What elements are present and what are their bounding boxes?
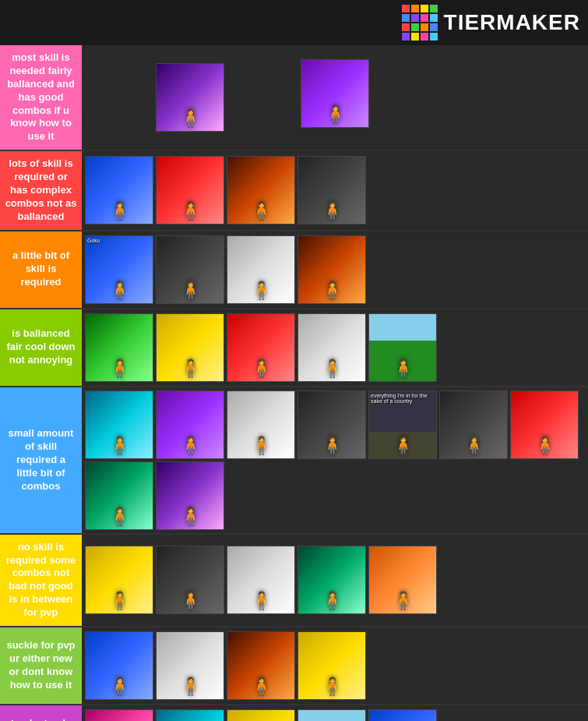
tier-c-row: is ballanced fair cool down not annoying… xyxy=(0,309,588,387)
tier-image-item-32[interactable]: 🧍 xyxy=(227,631,295,700)
tier-g-label: trash stands no combos not even usable i… xyxy=(0,705,82,721)
tier-image-item-11[interactable]: 🧍 xyxy=(85,313,153,382)
tier-image-item-38[interactable]: 🧍 xyxy=(368,709,437,721)
tier-image-item-36[interactable]: 🧍 xyxy=(227,709,295,721)
tier-image-item-7[interactable]: 🧍Goku xyxy=(85,235,153,304)
logo-text: TiERMaKeR xyxy=(444,10,580,35)
tier-image-item-12[interactable]: 🧍 xyxy=(156,313,224,382)
header: TiERMaKeR xyxy=(0,0,588,45)
tier-image-item-34[interactable]: 🧍 xyxy=(85,709,153,721)
tier-image-item-6[interactable]: 🧍 xyxy=(298,156,366,224)
tier-c-content: 🧍🧍🧍🧍🧍 xyxy=(82,309,588,386)
tier-image-item-19[interactable]: 🧍 xyxy=(298,391,366,459)
tier-image-item-31[interactable]: 🧍 xyxy=(156,631,224,700)
tier-image-item-4[interactable]: 🧍 xyxy=(156,156,224,224)
tier-image-item-18[interactable]: 🧍 xyxy=(227,391,295,459)
tier-d-label: small amount of skill required a little … xyxy=(0,387,82,533)
tier-d-row: small amount of skill required a little … xyxy=(0,387,588,535)
tier-image-item-23[interactable]: 🧍 xyxy=(85,461,153,530)
tier-image-item-14[interactable]: 🧍 xyxy=(298,313,366,382)
tier-f-row: suckie for pvp ur either new or dont kno… xyxy=(0,627,588,705)
tier-container: most skill is needed fairly ballanced an… xyxy=(0,45,588,721)
tier-s-row: most skill is needed fairly ballanced an… xyxy=(0,45,588,151)
tier-e-label: no skill is required some combos not bad… xyxy=(0,535,82,626)
tier-image-item-8[interactable]: 🧍 xyxy=(156,235,224,304)
tier-image-item-3[interactable]: 🧍 xyxy=(85,156,153,224)
tier-image-item-33[interactable]: 🧍 xyxy=(298,631,366,700)
tier-image-item-1[interactable]: 🧍 xyxy=(301,59,369,128)
tier-s-label: most skill is needed fairly ballanced an… xyxy=(0,45,82,150)
tier-image-item-24[interactable]: 🧍 xyxy=(156,461,224,530)
tier-image-item-10[interactable]: 🧍 xyxy=(298,235,366,304)
tier-e-row: no skill is required some combos not bad… xyxy=(0,535,588,627)
tier-image-item-37[interactable]: 🧍 xyxy=(298,709,366,721)
tier-image-item-26[interactable]: 🧍 xyxy=(156,546,224,614)
tier-image-item-22[interactable]: 🧍 xyxy=(510,391,579,459)
tier-image-item-16[interactable]: 🧍 xyxy=(85,391,153,459)
tier-c-label: is ballanced fair cool down not annoying xyxy=(0,309,82,386)
tier-f-label: suckie for pvp ur either new or dont kno… xyxy=(0,627,82,704)
tier-image-item-28[interactable]: 🧍 xyxy=(298,546,366,614)
tier-d-content: 🧍🧍🧍🧍🧍everything I'm in for the sake of a… xyxy=(82,387,588,533)
tier-image-item-13[interactable]: 🧍 xyxy=(227,313,295,382)
logo-grid-icon xyxy=(402,5,438,41)
tier-g-row: trash stands no combos not even usable i… xyxy=(0,705,588,721)
tiermaker-logo: TiERMaKeR xyxy=(402,5,580,41)
tier-image-item-30[interactable]: 🧍 xyxy=(85,631,153,700)
tier-image-item-35[interactable]: 🧍 xyxy=(156,709,224,721)
tier-e-content: 🧍🧍🧍🧍🧍 xyxy=(82,535,588,626)
tier-g-content: 🧍🧍🧍🧍🧍 xyxy=(82,705,588,721)
tier-image-item-17[interactable]: 🧍 xyxy=(156,391,224,459)
tier-a-content: 🧍🧍🧍🧍 xyxy=(82,151,588,229)
tier-f-content: 🧍🧍🧍🧍 xyxy=(82,627,588,704)
tier-image-item-20[interactable]: 🧍everything I'm in for the sake of a cou… xyxy=(368,391,437,459)
tier-s-content: 🧍🧍 xyxy=(82,45,588,150)
tier-image-item-25[interactable]: 🧍 xyxy=(85,546,153,614)
tier-image-item-21[interactable]: 🧍 xyxy=(439,391,508,459)
tier-image-item-2[interactable]: 🧍 xyxy=(156,63,224,132)
tier-image-item-15[interactable]: 🧍 xyxy=(368,313,437,382)
tier-a-label: lots of skill is required or has complex… xyxy=(0,151,82,229)
tier-image-item-29[interactable]: 🧍 xyxy=(368,546,437,614)
tier-b-content: 🧍Goku🧍🧍🧍 xyxy=(82,231,588,308)
tier-b-row: a little bit of skill is required🧍Goku🧍🧍… xyxy=(0,231,588,309)
tier-b-label: a little bit of skill is required xyxy=(0,231,82,308)
tier-image-item-27[interactable]: 🧍 xyxy=(227,546,295,614)
tier-a-row: lots of skill is required or has complex… xyxy=(0,151,588,231)
tier-image-item-9[interactable]: 🧍 xyxy=(227,235,295,304)
tier-image-item-5[interactable]: 🧍 xyxy=(227,156,295,224)
